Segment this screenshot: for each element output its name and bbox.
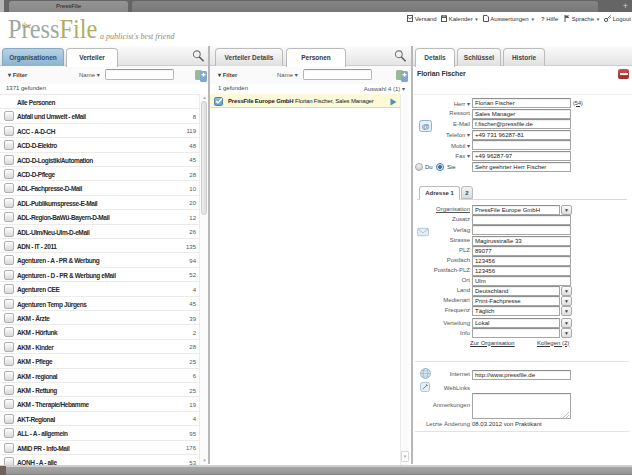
svg-text:@: @ [421, 122, 429, 131]
